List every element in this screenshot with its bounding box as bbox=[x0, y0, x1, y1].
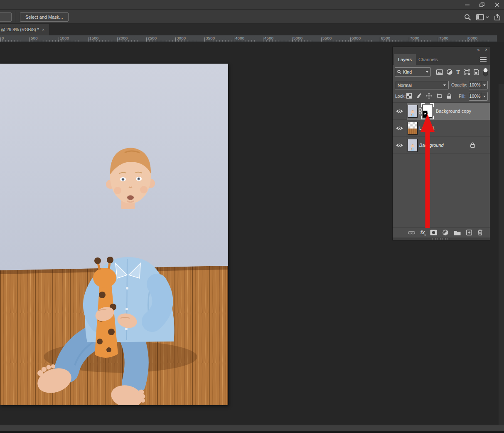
blend-row: Normal Opacity: 100% bbox=[393, 80, 490, 91]
layer-row-background[interactable]: Background bbox=[393, 137, 490, 154]
document-tab[interactable]: @ 29.8% (RGB/8) * × bbox=[0, 24, 49, 35]
ruler-major-tick bbox=[30, 37, 30, 42]
layer-row-background-copy[interactable]: Background copy bbox=[393, 103, 490, 120]
adjustment-filter-icon[interactable] bbox=[447, 69, 452, 75]
panel-menu-icon[interactable] bbox=[480, 57, 487, 62]
opacity-value[interactable]: 100% bbox=[469, 81, 481, 89]
ruler-label: 1000 bbox=[60, 36, 69, 40]
layers-panel: « × Layers Channels Kind T bbox=[392, 47, 490, 240]
new-layer-icon[interactable] bbox=[466, 230, 472, 235]
layer-thumbnail[interactable] bbox=[408, 105, 418, 118]
eye-icon bbox=[396, 109, 403, 114]
ruler-major-tick bbox=[59, 37, 59, 42]
layer-name[interactable]: Background copy bbox=[436, 109, 471, 114]
photoshop-window: Select and Mask... @ 29.8% (RGB/8) * × 0… bbox=[0, 0, 504, 433]
visibility-toggle[interactable] bbox=[393, 103, 406, 120]
filter-kind-label: Kind bbox=[403, 69, 412, 74]
blend-mode-select[interactable]: Normal bbox=[395, 81, 449, 89]
ruler-label: 5000 bbox=[293, 36, 302, 40]
fill-dropdown[interactable] bbox=[481, 92, 488, 101]
options-bar: Select and Mask... bbox=[0, 10, 504, 24]
layer-row-layer-1[interactable]: Layer 1 bbox=[393, 120, 490, 137]
ruler-major-tick bbox=[175, 37, 176, 42]
ruler-label: 4500 bbox=[264, 36, 273, 40]
adjustment-icon[interactable] bbox=[443, 230, 448, 235]
document-tab-bar: @ 29.8% (RGB/8) * × bbox=[0, 24, 504, 35]
ruler-major-tick bbox=[117, 37, 118, 42]
panel-header: « × bbox=[393, 47, 490, 54]
lock-artboard-icon[interactable] bbox=[436, 93, 443, 99]
close-icon bbox=[495, 2, 499, 7]
tab-close-icon[interactable]: × bbox=[42, 27, 44, 32]
ruler-label: 0 bbox=[2, 36, 4, 40]
type-filter-icon[interactable]: T bbox=[456, 69, 460, 75]
tab-channels[interactable]: Channels bbox=[414, 54, 442, 65]
collapse-panel-icon[interactable]: « bbox=[477, 47, 480, 52]
search-icon[interactable] bbox=[464, 14, 471, 21]
filter-toggle[interactable] bbox=[483, 68, 488, 77]
layer-thumbnail[interactable] bbox=[408, 122, 418, 135]
link-icon[interactable] bbox=[408, 231, 415, 235]
divider bbox=[15, 11, 15, 22]
lock-transparency-icon[interactable] bbox=[406, 93, 412, 99]
layer-name[interactable]: Layer 1 bbox=[419, 126, 435, 131]
smart-object-filter-icon[interactable] bbox=[474, 69, 479, 75]
minimize-button[interactable] bbox=[462, 1, 472, 8]
ruler-label: 8000 bbox=[468, 36, 477, 40]
ruler-major-tick bbox=[263, 37, 263, 42]
title-bar bbox=[0, 0, 504, 9]
dock-edge-strip bbox=[499, 84, 504, 433]
group-folder-icon[interactable] bbox=[454, 230, 461, 235]
close-panel-icon[interactable]: × bbox=[485, 47, 487, 52]
document-title: @ 29.8% (RGB/8) * bbox=[1, 27, 39, 32]
ruler-major-tick bbox=[292, 37, 293, 42]
lock-row: Lock: Fill: 100% bbox=[393, 92, 490, 102]
mask-selection-brackets bbox=[420, 103, 434, 120]
panel-bottom-tools: fx bbox=[393, 227, 490, 238]
ruler-gap bbox=[497, 35, 504, 42]
ruler-major-tick bbox=[409, 37, 409, 42]
tool-option-field[interactable] bbox=[0, 12, 12, 22]
filter-kind-select[interactable]: Kind bbox=[395, 67, 431, 77]
horizontal-scrollbar[interactable] bbox=[0, 425, 504, 431]
ruler-major-tick bbox=[146, 37, 147, 42]
window-bottom-edge bbox=[0, 431, 504, 433]
shape-filter-icon[interactable] bbox=[464, 69, 470, 75]
tab-layers[interactable]: Layers bbox=[394, 54, 416, 65]
restore-button[interactable] bbox=[477, 1, 487, 8]
ruler-label: 4000 bbox=[235, 36, 244, 40]
ruler-label: 2500 bbox=[148, 36, 157, 40]
ruler-major-tick bbox=[0, 37, 1, 42]
lock-pixels-icon[interactable] bbox=[416, 93, 422, 99]
lock-position-icon[interactable] bbox=[426, 93, 432, 99]
chevron-down-icon bbox=[486, 16, 489, 18]
ruler-major-tick bbox=[204, 37, 205, 42]
ruler-label: 2000 bbox=[118, 36, 128, 40]
fill-label: Fill: bbox=[459, 94, 465, 99]
ruler-major-tick bbox=[88, 37, 89, 42]
visibility-toggle[interactable] bbox=[393, 137, 406, 154]
ruler-label: 5500 bbox=[322, 36, 332, 40]
layer-thumbnail[interactable] bbox=[408, 139, 418, 152]
opacity-dropdown[interactable] bbox=[481, 81, 488, 89]
ruler-label: 7500 bbox=[439, 36, 448, 40]
panel-resize-grip[interactable] bbox=[393, 238, 490, 240]
ruler-major-tick bbox=[321, 37, 322, 42]
layer-style-button[interactable]: fx bbox=[420, 230, 425, 235]
visibility-toggle[interactable] bbox=[393, 120, 406, 137]
fill-value[interactable]: 100% bbox=[469, 92, 481, 101]
workspace-icon[interactable] bbox=[476, 14, 489, 20]
delete-icon[interactable] bbox=[477, 230, 483, 235]
image-filter-icon[interactable] bbox=[436, 69, 443, 75]
select-and-mask-button[interactable]: Select and Mask... bbox=[20, 12, 69, 22]
document-photo[interactable] bbox=[0, 64, 228, 405]
lock-all-icon[interactable] bbox=[447, 93, 452, 99]
close-button[interactable] bbox=[492, 1, 502, 8]
ruler: 0500100015002000250030003500400045005000… bbox=[0, 35, 497, 42]
layer-name[interactable]: Background bbox=[419, 143, 444, 148]
add-mask-icon[interactable] bbox=[430, 230, 437, 235]
blend-mode-value: Normal bbox=[398, 83, 412, 88]
share-icon[interactable] bbox=[494, 14, 501, 21]
chevron-down-icon bbox=[443, 84, 446, 86]
lock-label: Lock: bbox=[395, 94, 406, 99]
